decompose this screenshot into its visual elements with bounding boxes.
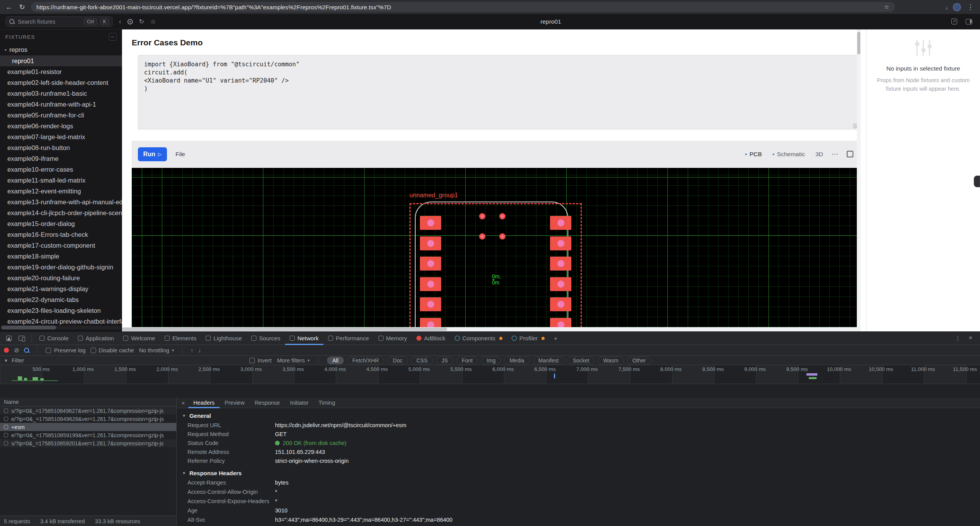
request-row[interactable]: e/?ip=0&_=1758510849628&ver=1.261.7&comp… (0, 415, 176, 423)
search-fixtures-input[interactable]: Search fixtures Ctrl K (5, 16, 113, 27)
devtools-tab[interactable]: AdBlock (412, 332, 450, 345)
sidebar-hscrollbar[interactable] (1, 326, 121, 329)
view-tab[interactable]: 3D (815, 151, 823, 158)
inspect-element-icon[interactable] (6, 336, 12, 341)
code-editor[interactable]: import {XiaoBoard} from "@tscircuit/comm… (138, 55, 859, 129)
sidebar-item[interactable]: example11-small-led-matrix (0, 175, 122, 186)
sidebar-item[interactable]: example10-error-cases (0, 164, 122, 175)
filter-pill[interactable]: CSS (411, 357, 433, 364)
sidebar-item[interactable]: example21-warnings-display (0, 283, 122, 294)
scroll-thumb[interactable] (1, 326, 56, 329)
url-bar[interactable]: https://runframe-git-fork-abse2001-main-… (31, 2, 895, 12)
view-tab[interactable]: ● PCB (745, 151, 762, 158)
downloads-icon[interactable]: ↓ (946, 4, 949, 10)
open-external-icon[interactable]: ↗ (951, 19, 957, 24)
filter-pill[interactable]: All (327, 357, 344, 364)
sidebar-item[interactable]: example08-run-button (0, 142, 122, 153)
devtools-tab[interactable]: Components (450, 332, 507, 345)
star-icon[interactable]: ☆ (150, 18, 156, 25)
name-column-header[interactable]: Name (0, 398, 176, 407)
fit-view-icon[interactable] (847, 151, 853, 157)
filter-input[interactable]: ▼ Filter (4, 357, 244, 364)
sidebar-item[interactable]: example17-custom-component (0, 240, 122, 251)
sidebar-item[interactable]: example07-large-led-matrix (0, 131, 122, 142)
sidebar-item[interactable]: example12-event-emitting (0, 186, 122, 197)
network-overview-timeline[interactable]: 500 ms1,000 ms1,500 ms2,000 ms2,500 ms3,… (0, 365, 980, 384)
scroll-thumb[interactable] (857, 32, 860, 54)
devtools-menu-icon[interactable]: ⋮ (955, 335, 961, 342)
invert-checkbox[interactable]: Invert (249, 357, 272, 364)
devtools-tab[interactable]: + (549, 332, 562, 345)
sidebar-item[interactable]: example19-order-dialog-github-signin (0, 262, 122, 272)
main-hscrollbar[interactable] (122, 327, 861, 331)
export-har-icon[interactable]: ↓ (198, 347, 201, 354)
sidebar-item[interactable]: example22-dynamic-tabs (0, 294, 122, 305)
sidebar-item[interactable]: example20-routing-failure (0, 272, 122, 283)
import-har-icon[interactable]: ↑ (191, 347, 193, 354)
extension-icon[interactable] (899, 4, 906, 10)
details-tab[interactable]: Headers (188, 398, 220, 408)
filter-pill[interactable]: Socket (567, 357, 595, 364)
section-header[interactable]: ▼ Response Headers (182, 468, 980, 478)
disable-cache-checkbox[interactable]: Disable cache (91, 347, 134, 354)
view-tab[interactable]: ● Schematic (772, 151, 805, 158)
back-icon[interactable]: ← (5, 3, 13, 11)
filter-pill[interactable]: Fetch/XHR (347, 357, 384, 364)
extension-icon[interactable] (911, 4, 918, 10)
request-row[interactable]: s/?ip=0&_=1758510849627&ver=1.261.7&comp… (0, 407, 176, 415)
filter-pill[interactable]: Img (481, 357, 501, 364)
sidebar-item[interactable]: example05-runframe-for-cli (0, 110, 122, 121)
filter-pill[interactable]: Font (456, 357, 478, 364)
sidebar-item[interactable]: example06-render-logs (0, 121, 122, 131)
close-details-icon[interactable]: × (178, 400, 188, 406)
panel-toggle-icon[interactable] (966, 19, 972, 24)
checkbox-icon[interactable] (249, 358, 255, 363)
sidebar-item[interactable]: example13-runframe-with-api-manual-edits (0, 197, 122, 207)
details-tab[interactable]: Response (249, 398, 285, 408)
devtools-tab[interactable]: Lighthouse (201, 332, 246, 345)
url-text[interactable]: https://runframe-git-fork-abse2001-main-… (36, 4, 880, 10)
request-row[interactable]: s/?ip=0&_=1758510859201&ver=1.261.7&comp… (0, 439, 176, 447)
sidebar-item[interactable]: example02-left-side-header-content (0, 77, 122, 88)
request-row[interactable]: e/?ip=0&_=1758510859199&ver=1.261.7&comp… (0, 431, 176, 439)
details-tab[interactable]: Initiator (285, 398, 314, 408)
filter-pill[interactable]: Other (627, 357, 651, 364)
sidebar-item[interactable]: example14-cli-jlcpcb-order-pipeline-scen… (0, 207, 122, 218)
details-tab[interactable]: Preview (220, 398, 250, 408)
devtools-close-icon[interactable]: × (969, 335, 972, 342)
devtools-tab[interactable]: Profiler (507, 332, 550, 345)
sidebar-item[interactable]: example24-circuit-preview-chatbot-interf… (0, 316, 122, 327)
devtools-tab[interactable]: Application (73, 332, 119, 345)
pcb-canvas[interactable]: unnamed_group1 + 0m, 0m (132, 168, 860, 327)
profile-avatar[interactable] (953, 3, 961, 11)
clear-icon[interactable]: ⊘ (14, 347, 19, 354)
sidebar-item[interactable]: example04-runframe-with-api-1 (0, 99, 122, 110)
throttling-dropdown[interactable]: No throttling ▾ (139, 347, 174, 354)
sidebar-item[interactable]: example16-Errors-tab-check (0, 229, 122, 240)
sidebar-item-repro01[interactable]: repro01 (0, 55, 122, 66)
record-icon[interactable] (4, 348, 9, 353)
sidebar-item[interactable]: example18-simple (0, 251, 122, 262)
more-options-icon[interactable]: ⋯ (832, 150, 838, 158)
details-tab[interactable]: Timing (313, 398, 340, 408)
request-row[interactable]: +esm (0, 423, 176, 431)
devtools-tab[interactable]: Sources (247, 332, 285, 345)
checkbox-icon[interactable] (46, 348, 51, 353)
filter-pill[interactable]: Manifest (533, 357, 564, 364)
network-search-icon[interactable] (24, 348, 29, 353)
sidebar-item[interactable]: example01-resistor (0, 66, 122, 77)
reload-icon[interactable]: ↻ (18, 3, 26, 11)
sidebar-item[interactable]: example23-files-loading-skeleton (0, 305, 122, 316)
filter-pill[interactable]: Media (504, 357, 530, 364)
more-filters-dropdown[interactable]: More filters ▾ (277, 357, 309, 364)
preserve-log-checkbox[interactable]: Preserve log (46, 347, 85, 354)
refresh-icon[interactable]: ↻ (139, 18, 144, 25)
devtools-tab[interactable]: Console (35, 332, 73, 345)
section-header[interactable]: ▼ General (182, 411, 980, 421)
scroll-thumb[interactable] (122, 328, 447, 331)
devtools-tab[interactable]: Memory (374, 332, 412, 345)
sidebar-collapse-icon[interactable]: ‹ (119, 18, 121, 26)
filter-pill[interactable]: Doc (387, 357, 408, 364)
checkbox-icon[interactable] (91, 348, 96, 353)
target-icon[interactable] (127, 19, 133, 24)
